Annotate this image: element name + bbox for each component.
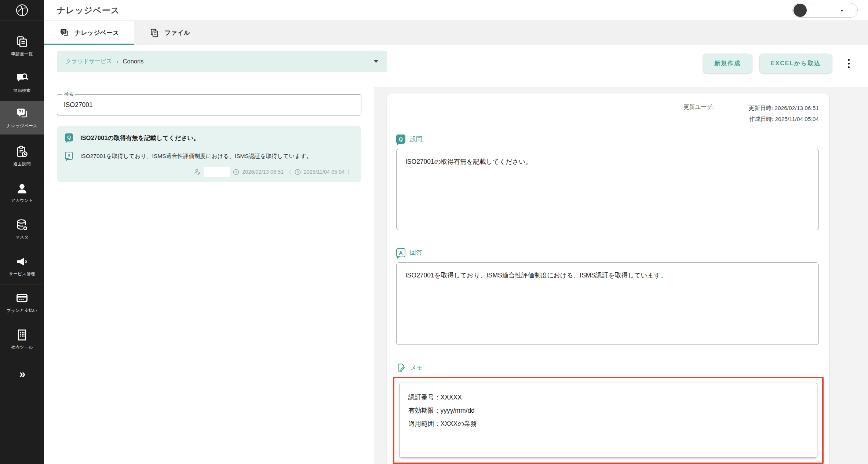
dropdown-caret-icon [374,60,378,63]
sidebar-item-master[interactable]: マスタ [0,211,44,247]
detail-card: 更新ユーザ: 更新日時: 2026/02/13 06:51 作成日時: 2025… [387,93,829,464]
file-tab-icon [150,28,159,38]
question-section-header: Q 設問 [396,135,819,144]
sidebar-item-label: 過去設問 [13,161,30,167]
app-root: 申請書一覧 簡易検索 ?! [0,0,868,464]
updated-clock-icon [233,169,240,176]
excel-import-button[interactable]: EXCELから取込 [760,54,832,73]
chevron-double-right-icon: » [19,368,25,380]
sidebar-item-label: アカウント [11,198,33,203]
result-user-redacted [204,167,230,177]
toolbar: クラウドサービス › Conoris 新規作成 EXCELから取込 [44,45,868,87]
updated-user-label: 更新ユーザ: [683,104,714,110]
avatar [794,4,807,17]
sidebar-item-applications[interactable]: 申請書一覧 [0,27,44,64]
sidebar-item-knowledge-base[interactable]: ?! ナレッジベース [0,101,44,135]
app-logo [0,0,44,21]
search-field: 検索 [57,94,361,115]
result-meta-footer: 2026/02/13 06:51 （ 2025/11/04 05:04 ） [65,167,353,177]
breadcrumb-category: クラウドサービス [66,58,112,65]
updated-at-value: 2026/02/13 06:51 [774,105,819,111]
top-header: ナレッジベース [44,0,868,21]
group-select-dropdown[interactable]: クラウドサービス › Conoris [57,51,387,72]
credit-card-icon [15,292,29,305]
knowledge-base-tab-icon: ?! [59,28,69,38]
answer-icon: A [65,152,73,160]
sidebar-item-label: ナレッジベース [7,123,37,129]
sidebar-item-service-management[interactable]: サービス管理 [0,247,44,284]
chevron-down-icon [840,10,843,12]
memo-section-label: メモ [410,364,423,372]
result-updated-at: 2026/02/13 06:51 [242,169,284,175]
user-name-redacted [810,5,854,16]
memo-section-header: メモ [396,363,819,372]
question-icon: Q [65,133,73,141]
question-icon: Q [396,135,405,144]
sidebar: 申請書一覧 簡易検索 ?! [0,0,44,464]
search-field-label: 検索 [62,91,75,97]
user-menu[interactable] [792,3,858,18]
detail-meta: 更新ユーザ: 更新日時: 2026/02/13 06:51 作成日時: 2025… [396,103,819,125]
created-clock-icon [294,169,301,176]
content-area: 検索 Q ISO27001の取得有無を記載してください。 A ISO27001を… [44,87,868,464]
svg-text:?!: ?! [62,29,65,33]
clipboard-clock-icon [15,145,29,158]
answer-section-label: 回答 [410,248,422,257]
breadcrumb-current: Conoris [123,58,144,65]
answer-icon: A [396,248,405,257]
sidebar-expand-button[interactable]: » [0,368,44,380]
updated-at-label: 更新日時: [749,105,773,111]
answer-section-header: A 回答 [396,248,819,257]
memo-highlight-box: 認証番号：XXXXX 有効期限：yyyy/mm/dd 適用範囲：XXXXの業務 [393,377,824,464]
sidebar-item-quick-search[interactable]: 簡易検索 [0,64,44,101]
tab-label: ファイル [164,29,190,37]
sidebar-item-internal-tools[interactable]: 社内ツール [0,321,44,357]
detail-panel-area: 更新ユーザ: 更新日時: 2026/02/13 06:51 作成日時: 2025… [374,87,868,464]
more-options-button[interactable] [844,57,853,70]
breadcrumb-separator: › [117,58,118,65]
created-at-label: 作成日時: [749,116,773,122]
result-created-at: 2025/11/04 05:04 [304,169,345,175]
paren-open: （ [286,169,292,176]
database-gear-icon [15,218,29,232]
sidebar-item-label: 社内ツール [11,345,33,350]
sidebar-item-past-questions[interactable]: 過去設問 [0,137,44,174]
svg-text:?!: ?! [19,109,23,114]
question-section-label: 設問 [410,135,422,143]
page-title: ナレッジベース [57,5,120,16]
building-icon [15,328,29,342]
tab-files[interactable]: ファイル [134,21,205,45]
sidebar-item-label: 申請書一覧 [11,51,33,57]
search-panel: 検索 Q ISO27001の取得有無を記載してください。 A ISO27001を… [44,87,374,464]
tab-bar: ?! ナレッジベース ファイル [44,21,868,45]
search-input[interactable] [57,95,361,115]
answer-textarea[interactable]: ISO27001を取得しており、ISMS適合性評価制度における、ISMS認証を取… [396,262,819,345]
sidebar-item-label: マスタ [15,235,29,240]
chat-search-icon [15,72,29,85]
sidebar-item-account[interactable]: アカウント [0,174,44,211]
user-edit-icon [194,168,201,176]
sidebar-item-label: 簡易検索 [13,88,30,93]
megaphone-icon [15,255,29,268]
qa-result-card[interactable]: Q ISO27001の取得有無を記載してください。 A ISO27001を取得し… [57,126,361,182]
sidebar-item-plan-billing[interactable]: プランと支払い [0,284,44,321]
memo-textarea[interactable]: 認証番号：XXXXX 有効期限：yyyy/mm/dd 適用範囲：XXXXの業務 [399,383,817,458]
knowledge-base-icon: ?! [15,107,29,120]
paren-close: ） [347,169,353,176]
created-at-value: 2025/11/04 05:04 [775,116,819,122]
result-question-text: ISO27001の取得有無を記載してください。 [80,133,200,142]
tab-label: ナレッジベース [74,29,119,37]
toolbar-actions: 新規作成 EXCELから取込 [703,54,853,73]
question-textarea[interactable]: ISO27001の取得有無を記載してください。 [396,149,819,230]
tab-knowledge-base[interactable]: ?! ナレッジベース [44,21,134,45]
sidebar-item-label: プランと支払い [7,308,37,313]
logo-icon [15,3,29,17]
documents-icon [15,35,29,48]
sidebar-item-label: サービス管理 [9,271,35,277]
result-answer-text: ISO27001を取得しており、ISMS適合性評価制度における、ISMS認証を取… [80,152,312,160]
sidebar-nav: 申請書一覧 簡易検索 ?! [0,21,44,357]
create-new-button[interactable]: 新規作成 [703,54,752,73]
main-column: ナレッジベース ?! ナレッジベース [44,0,868,464]
memo-edit-icon [396,363,406,372]
account-icon [15,182,29,195]
